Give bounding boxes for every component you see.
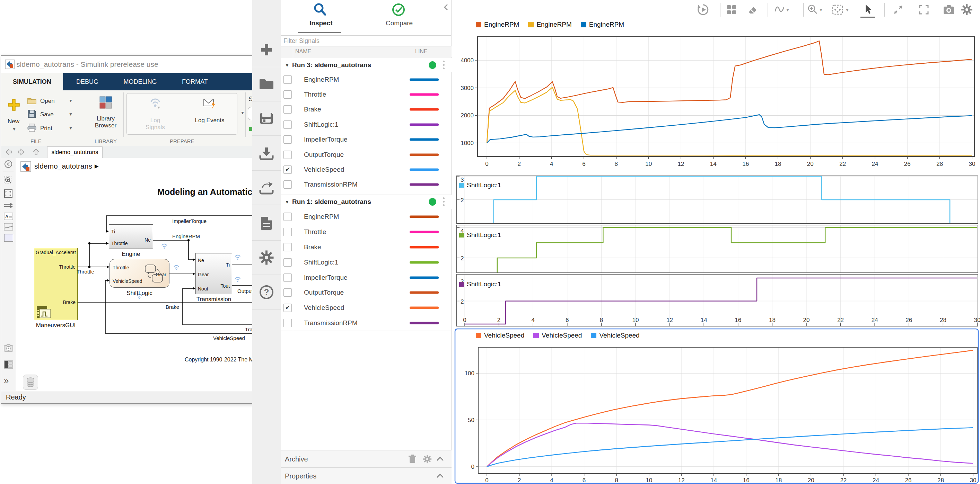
open-button[interactable]: Open ▼ [27, 95, 84, 108]
document-tab[interactable]: sldemo_autotrans [47, 146, 103, 158]
signal-routing-icon[interactable] [4, 202, 14, 209]
signal-checkbox[interactable] [283, 121, 292, 129]
hide-browser-icon[interactable] [4, 160, 13, 168]
report-button[interactable] [252, 206, 281, 241]
tab-modeling[interactable]: MODELING [112, 73, 169, 90]
signal-row[interactable]: TransmissionRPM [281, 316, 452, 331]
signal-row[interactable]: Throttle [281, 224, 452, 240]
preferences-button[interactable] [252, 240, 281, 275]
save-session-button[interactable] [252, 101, 281, 136]
signal-checkbox[interactable] [283, 180, 292, 189]
wire-label-impellertorque: ImpellerTorque [172, 218, 207, 224]
breadcrumb[interactable]: sldemo_autotrans [34, 162, 92, 170]
model-data-button[interactable] [23, 375, 38, 390]
run-menu-kebab[interactable] [443, 197, 445, 206]
signal-row[interactable]: EngineRPM [281, 209, 452, 224]
signal-checkbox[interactable] [283, 76, 292, 84]
data-inspector-strip: ? [252, 0, 281, 484]
block-maneuvers-gui[interactable]: Gradual_Accelerat Throttle Brake [34, 248, 78, 320]
charts-svg[interactable]: 0246810121416182022242628301000200030004… [452, 0, 980, 484]
simulink-titlebar[interactable]: sldemo_autotrans - Simulink prerelease u… [1, 56, 252, 73]
run-collapse-caret[interactable]: ▼ [285, 62, 290, 68]
save-button[interactable]: Save ▼ [27, 108, 84, 122]
signal-row[interactable]: ✔VehicleSpeed [281, 300, 452, 316]
tab-format[interactable]: FORMAT [170, 73, 220, 90]
signal-checkbox[interactable] [283, 90, 292, 99]
document-icon [260, 216, 273, 230]
block-engine[interactable]: Ti Throttle Ne [109, 224, 153, 249]
annotation-icon[interactable]: A [4, 213, 13, 220]
up-arrow-icon[interactable] [32, 148, 40, 156]
signal-checkbox[interactable] [283, 289, 292, 297]
signal-row[interactable]: TransmissionRPM [281, 177, 452, 192]
signal-checkbox[interactable] [283, 105, 292, 114]
signal-row[interactable]: Brake [281, 102, 452, 117]
block-shift-logic[interactable]: Throttle VehicleSpeed Gear [110, 259, 169, 288]
print-button[interactable]: Print ▼ [27, 122, 84, 135]
signal-checkbox[interactable] [283, 135, 292, 144]
collapse-archive-icon[interactable] [436, 456, 444, 462]
back-arrow-icon[interactable] [5, 148, 12, 156]
signal-list: ▼Run 3: sldemo_autotransEngineRPMThrottl… [281, 0, 452, 450]
signal-checkbox[interactable]: ✔ [283, 165, 292, 174]
signal-checkbox[interactable] [283, 228, 292, 236]
signal-checkbox[interactable] [283, 243, 292, 251]
model-data-layout-icon[interactable] [4, 360, 13, 369]
signal-row[interactable]: OutputTorque [281, 147, 452, 162]
archive-section-header[interactable]: Archive [281, 450, 452, 467]
signal-checkbox[interactable] [283, 258, 292, 267]
port-ne: Ne [198, 257, 204, 263]
block-caption-maneuvers: ManeuversGUI [34, 322, 78, 329]
signal-row[interactable]: ImpellerTorque [281, 132, 452, 147]
zoom-region-icon[interactable] [4, 176, 13, 185]
run-menu-kebab[interactable] [443, 60, 445, 70]
import-button[interactable] [252, 136, 281, 171]
collapse-properties-icon[interactable] [436, 473, 444, 478]
library-browser-icon [99, 96, 112, 109]
svg-text:28: 28 [937, 477, 944, 484]
signals-panel: Inspect Compare NAME LINE ▼Run 3: sldemo… [281, 0, 452, 484]
add-run-button[interactable] [252, 33, 281, 67]
signal-checkbox[interactable] [283, 273, 292, 282]
maneuvers-gui-icon [37, 306, 51, 318]
properties-section-header[interactable]: Properties [281, 467, 452, 484]
svg-text:14: 14 [710, 161, 717, 167]
forward-arrow-icon[interactable] [18, 148, 25, 156]
signal-row[interactable]: ImpellerTorque [281, 270, 452, 285]
area-box-icon[interactable] [4, 234, 13, 242]
clipped-toolbar-field [248, 107, 253, 120]
export-button[interactable] [252, 170, 281, 205]
model-canvas[interactable]: Modeling an Automatic Transm [16, 175, 252, 391]
statechart-icon [142, 263, 167, 285]
help-button[interactable]: ? [252, 275, 281, 309]
signal-row[interactable]: ShiftLogic:1 [281, 255, 452, 270]
signal-checkbox[interactable] [283, 213, 292, 221]
signal-row[interactable]: EngineRPM [281, 72, 452, 87]
fit-to-view-icon[interactable] [4, 189, 13, 198]
snapshot-camera-icon[interactable] [4, 344, 13, 352]
signal-checkbox[interactable] [283, 151, 292, 159]
trash-icon[interactable] [408, 455, 417, 463]
signal-row[interactable]: Throttle [281, 87, 452, 102]
open-session-button[interactable] [252, 67, 281, 102]
run-group-header[interactable]: ▼Run 1: sldemo_autotrans [281, 195, 452, 209]
signal-row[interactable]: Brake [281, 240, 452, 255]
block-transmission[interactable]: Ne Gear Nout Ti Tout [196, 253, 232, 294]
signal-row[interactable]: OutputTorque [281, 285, 452, 300]
expand-sidebar-icon[interactable]: » [4, 375, 9, 386]
image-icon[interactable] [4, 223, 13, 230]
signal-row[interactable]: ShiftLogic:1 [281, 117, 452, 132]
tab-simulation[interactable]: SIMULATION [1, 73, 63, 90]
new-button[interactable]: New ▼ [4, 93, 23, 134]
signal-checkbox[interactable] [283, 319, 292, 327]
svg-text:100: 100 [465, 370, 474, 377]
signal-checkbox[interactable]: ✔ [283, 304, 292, 312]
run-group-header[interactable]: ▼Run 3: sldemo_autotrans [281, 58, 452, 72]
svg-text:14: 14 [701, 317, 707, 323]
run-collapse-caret[interactable]: ▼ [285, 199, 290, 205]
signal-row[interactable]: ✔VehicleSpeed [281, 162, 452, 177]
svg-text:2: 2 [497, 317, 500, 323]
archive-gear-icon[interactable] [423, 455, 432, 463]
prepare-more-caret-icon[interactable]: ▼ [240, 110, 245, 115]
tab-debug[interactable]: DEBUG [64, 73, 110, 90]
